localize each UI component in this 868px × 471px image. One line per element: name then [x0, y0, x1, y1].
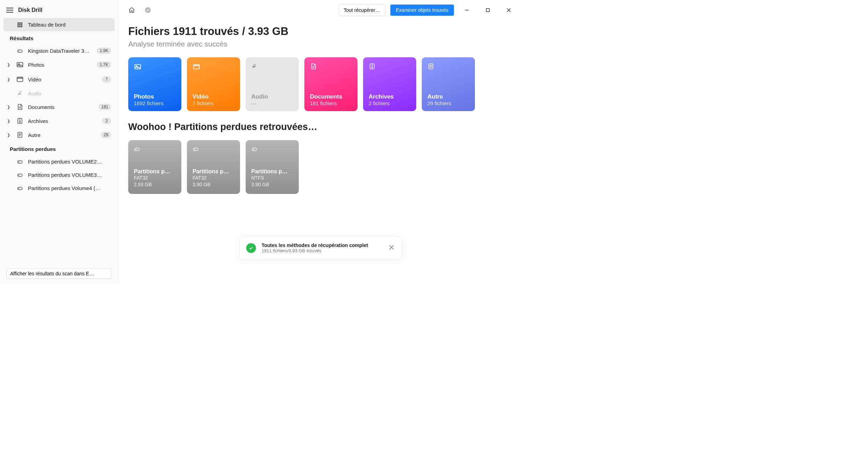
zip-icon	[369, 63, 411, 73]
status-check-icon[interactable]	[142, 5, 153, 16]
check-circle-icon	[246, 243, 256, 253]
card-name: Vidéo	[193, 93, 234, 100]
sidebar-item-label: Partitions perdues VOLUME2…	[28, 159, 111, 165]
sidebar-item-label: Partitions perdues VOLUME3…	[28, 172, 111, 178]
topbar: Tout récupérer… Examiner objets trouvés	[118, 0, 523, 18]
partition-card[interactable]: Partitions p…FAT322.93 GB	[128, 140, 181, 194]
sidebar-item-autre[interactable]: ❯Autre29	[3, 128, 115, 142]
window-close[interactable]	[501, 5, 517, 16]
other-icon	[16, 131, 24, 138]
category-card-photos[interactable]: Photos1692 fichiers	[128, 57, 181, 111]
svg-rect-4	[19, 24, 21, 26]
app-window: Disk Drill Tableau de bord Résultats Kin…	[0, 0, 523, 284]
svg-rect-27	[17, 161, 22, 164]
drive-icon	[251, 146, 293, 153]
svg-rect-3	[17, 24, 19, 26]
sidebar-item-vid-o[interactable]: ❯Vidéo7	[3, 72, 115, 87]
drive-icon	[16, 185, 24, 191]
nav-dashboard[interactable]: Tableau de bord	[3, 18, 115, 31]
doc-icon	[310, 63, 352, 73]
sidebar-item-documents[interactable]: ❯Documents181	[3, 100, 115, 114]
partition-size: 2.93 GB	[134, 181, 176, 188]
sidebar-item-label: Archives	[28, 118, 98, 124]
review-found-button[interactable]: Examiner objets trouvés	[390, 5, 454, 16]
toast-body: Toutes les méthodes de récupération comp…	[262, 242, 368, 253]
category-card-autre[interactable]: Autre29 fichiers	[422, 57, 475, 111]
drive-icon	[16, 48, 24, 54]
photo-icon	[134, 63, 176, 73]
chevron-right-icon: ❯	[7, 105, 12, 109]
sidebar-item-label: Kingston DataTraveler 3…	[28, 48, 93, 54]
show-results-explorer-button[interactable]: Afficher les résultats du scan dans E…	[6, 268, 112, 279]
svg-point-28	[19, 162, 19, 162]
svg-point-22	[20, 122, 21, 123]
doc-icon	[16, 103, 24, 110]
svg-rect-56	[193, 148, 198, 151]
page-title: Fichiers 1911 trouvés / 3.93 GB	[128, 25, 513, 38]
sidebar-item-kingston-datatraveler-3-[interactable]: Kingston DataTraveler 3…1.9K	[3, 44, 115, 57]
category-card-archives[interactable]: Archives2 fichiers	[363, 57, 416, 111]
sidebar-item-photos[interactable]: ❯Photos1.7K	[3, 57, 115, 72]
partition-card[interactable]: Partitions p…FAT323.90 GB	[187, 140, 240, 194]
svg-rect-54	[135, 148, 139, 151]
count-badge: 2	[102, 118, 111, 124]
main: Tout récupérer… Examiner objets trouvés …	[118, 0, 523, 284]
svg-rect-8	[21, 26, 22, 27]
video-icon	[16, 75, 24, 83]
toast-title: Toutes les méthodes de récupération comp…	[262, 242, 368, 248]
sidebar-item-archives[interactable]: ❯Archives2	[3, 114, 115, 128]
count-badge: 1.9K	[97, 48, 111, 54]
other-icon	[427, 63, 469, 73]
sidebar-header: Disk Drill	[3, 5, 115, 18]
card-name: Archives	[369, 93, 411, 100]
sidebar: Disk Drill Tableau de bord Résultats Kin…	[0, 0, 118, 284]
svg-point-57	[194, 149, 195, 150]
svg-rect-9	[17, 50, 22, 53]
window-minimize[interactable]	[459, 5, 475, 16]
card-name: Documents	[310, 93, 352, 100]
svg-rect-2	[21, 22, 22, 24]
grid-icon	[16, 22, 24, 28]
chevron-right-icon: ❯	[7, 133, 12, 137]
card-subtitle: 7 fichiers	[193, 100, 234, 106]
card-subtitle: 1692 fichiers	[134, 100, 176, 106]
svg-point-49	[372, 67, 373, 68]
sidebar-item-label: Audio	[28, 90, 111, 96]
toast-close-icon[interactable]	[388, 243, 396, 253]
partition-fs: FAT32	[193, 175, 234, 182]
menu-icon[interactable]	[6, 8, 13, 13]
count-badge: 29	[101, 132, 111, 138]
zip-icon	[16, 117, 24, 124]
category-card-documents[interactable]: Documents181 fichiers	[304, 57, 357, 111]
drive-icon	[16, 172, 24, 178]
card-subtitle: 29 fichiers	[427, 100, 469, 106]
sidebar-item-label: Photos	[28, 62, 93, 68]
chevron-right-icon: ❯	[7, 119, 12, 123]
drive-icon	[193, 146, 234, 153]
card-subtitle: 181 fichiers	[310, 100, 352, 106]
app-title: Disk Drill	[18, 7, 42, 13]
svg-rect-6	[17, 26, 19, 27]
svg-rect-31	[17, 187, 22, 190]
sidebar-item-label: Documents	[28, 104, 94, 110]
partition-card[interactable]: Partitions p…NTFS3.90 GB	[246, 140, 299, 194]
partition-size: 3.90 GB	[251, 181, 293, 188]
recover-all-button[interactable]: Tout récupérer…	[339, 4, 385, 16]
svg-point-32	[19, 188, 19, 189]
count-badge: 1.7K	[97, 61, 111, 68]
window-maximize[interactable]	[480, 5, 496, 16]
drive-icon	[134, 146, 176, 153]
partition-name: Partitions p…	[193, 168, 234, 175]
card-name: Photos	[134, 93, 176, 100]
partition-cards: Partitions p…FAT322.93 GBPartitions p…FA…	[128, 140, 513, 194]
drive-icon	[16, 158, 24, 165]
sidebar-section-lost: Partitions perdues	[3, 142, 115, 155]
count-badge: 181	[99, 104, 111, 110]
home-icon[interactable]	[126, 5, 137, 16]
category-card-vidéo[interactable]: Vidéo7 fichiers	[187, 57, 240, 111]
sidebar-lost-partition[interactable]: Partitions perdues Volume4 (…	[3, 181, 115, 195]
audio-icon	[16, 90, 24, 96]
sidebar-section-results: Résultats	[3, 31, 115, 44]
sidebar-lost-partition[interactable]: Partitions perdues VOLUME3…	[3, 168, 115, 181]
sidebar-lost-partition[interactable]: Partitions perdues VOLUME2…	[3, 155, 115, 168]
